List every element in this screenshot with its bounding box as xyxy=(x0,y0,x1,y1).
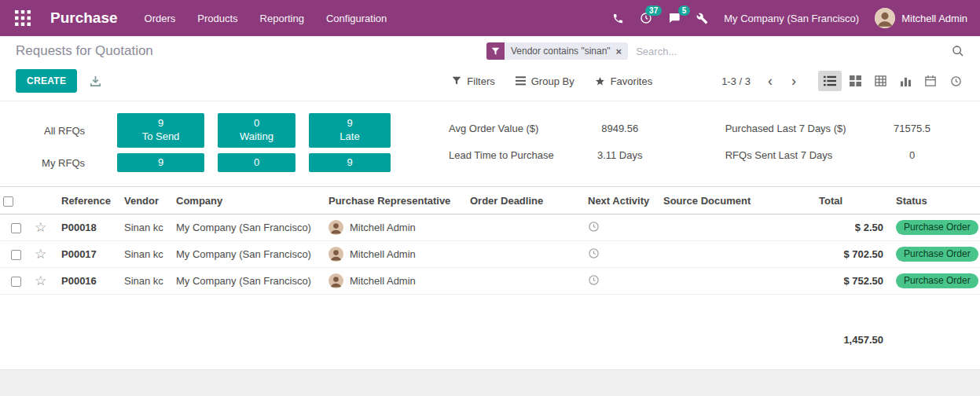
col-next-activity[interactable]: Next Activity xyxy=(585,187,660,214)
bottom-strip xyxy=(0,369,980,396)
col-total[interactable]: Total xyxy=(816,187,886,214)
row-checkbox[interactable] xyxy=(11,223,21,233)
col-reference[interactable]: Reference xyxy=(58,187,121,214)
representative-avatar xyxy=(329,247,343,262)
status-badge[interactable]: Purchase Order xyxy=(896,247,978,262)
company-switcher[interactable]: My Company (San Francisco) xyxy=(724,13,859,24)
filters-label: Filters xyxy=(467,75,494,87)
export-download-icon[interactable] xyxy=(90,75,101,87)
col-status[interactable]: Status xyxy=(886,187,979,214)
top-navbar: Purchase Orders Products Reporting Confi… xyxy=(0,0,980,36)
waiting-label: Waiting xyxy=(240,130,273,142)
row-deadline xyxy=(467,268,585,295)
view-graph-button[interactable] xyxy=(894,71,917,91)
view-calendar-button[interactable] xyxy=(919,71,942,91)
table-row[interactable]: ☆ P00016 Sinan kc My Company (San Franci… xyxy=(0,268,980,295)
favorite-star-icon[interactable]: ☆ xyxy=(35,247,46,262)
table-header-row: Reference Vendor Company Purchase Repres… xyxy=(0,187,980,214)
my-to-send-button[interactable]: 9 xyxy=(117,153,204,172)
menu-orders[interactable]: Orders xyxy=(145,13,176,24)
dashboard-stats: Avg Order Value ($) 8949.56 Lead Time to… xyxy=(449,113,956,161)
row-reference[interactable]: P00017 xyxy=(58,241,121,268)
menu-configuration[interactable]: Configuration xyxy=(326,13,387,24)
rfqs-sent-7days-label: RFQs Sent Last 7 Days xyxy=(725,149,846,161)
avg-order-value: 8949.56 xyxy=(576,123,664,134)
next-activity-clock-icon[interactable] xyxy=(588,221,600,233)
all-late-button[interactable]: 9 Late xyxy=(309,113,391,148)
filters-button[interactable]: Filters xyxy=(452,75,494,87)
footer-total: 1,457.50 xyxy=(816,295,886,352)
col-vendor[interactable]: Vendor xyxy=(121,187,173,214)
row-source xyxy=(660,268,816,295)
view-kanban-button[interactable] xyxy=(843,71,867,91)
table-footer-row: 1,457.50 xyxy=(0,295,980,352)
pager-next-icon[interactable]: › xyxy=(790,75,798,86)
pager-previous-icon[interactable]: ‹ xyxy=(766,75,774,86)
status-badge[interactable]: Purchase Order xyxy=(896,273,978,288)
group-by-button[interactable]: Group By xyxy=(516,75,574,87)
row-reference[interactable]: P00018 xyxy=(58,214,121,241)
all-late-count: 9 xyxy=(347,117,352,129)
row-total: $ 2.50 xyxy=(816,214,886,241)
table-row[interactable]: ☆ P00018 Sinan kc My Company (San Franci… xyxy=(0,214,980,241)
all-waiting-button[interactable]: 0 Waiting xyxy=(218,113,295,148)
favorites-label: Favorites xyxy=(611,75,652,87)
col-company[interactable]: Company xyxy=(173,187,325,214)
row-vendor: Sinan kc xyxy=(121,214,173,241)
all-rfqs-label: All RFQs xyxy=(0,113,104,148)
view-pivot-button[interactable] xyxy=(868,71,892,91)
create-button[interactable]: CREATE xyxy=(16,69,77,93)
col-deadline[interactable]: Order Deadline xyxy=(467,187,585,214)
row-company: My Company (San Francisco) xyxy=(173,268,325,295)
to-send-label: To Send xyxy=(142,130,180,142)
page-title: Requests for Quotation xyxy=(16,43,153,59)
row-vendor: Sinan kc xyxy=(121,241,173,268)
view-activity-button[interactable] xyxy=(944,71,967,91)
favorites-star-icon xyxy=(595,76,605,86)
all-to-send-button[interactable]: 9 To Send xyxy=(117,113,204,148)
purchased-7days-label: Purchased Last 7 Days ($) xyxy=(725,123,846,134)
table-row[interactable]: ☆ P00017 Sinan kc My Company (San Franci… xyxy=(0,241,980,268)
row-reference[interactable]: P00016 xyxy=(58,268,121,295)
row-checkbox[interactable] xyxy=(11,277,21,287)
representative-avatar xyxy=(329,273,343,288)
next-activity-clock-icon[interactable] xyxy=(588,248,600,259)
row-representative: Mitchell Admin xyxy=(329,273,464,288)
next-activity-clock-icon[interactable] xyxy=(588,274,600,286)
row-representative: Mitchell Admin xyxy=(329,220,464,235)
control-panel-buttons: CREATE Filters Group By Favorites 1-3 / … xyxy=(0,64,980,101)
activities-clock-icon[interactable]: 37 xyxy=(640,12,652,24)
favorite-star-icon[interactable]: ☆ xyxy=(35,273,46,288)
favorites-button[interactable]: Favorites xyxy=(595,75,652,87)
search-icon[interactable] xyxy=(952,45,964,57)
user-menu[interactable]: Mitchell Admin xyxy=(875,8,967,28)
apps-menu-icon[interactable] xyxy=(9,5,36,31)
favorite-star-icon[interactable]: ☆ xyxy=(35,220,46,235)
pager-range: 1-3 / 3 xyxy=(721,75,751,87)
col-source[interactable]: Source Document xyxy=(660,187,816,214)
col-representative[interactable]: Purchase Representative xyxy=(325,187,467,214)
menu-products[interactable]: Products xyxy=(197,13,237,24)
menu-reporting[interactable]: Reporting xyxy=(260,13,304,24)
search-options: Filters Group By Favorites xyxy=(452,75,652,87)
search-input[interactable] xyxy=(634,45,945,58)
lead-time-value: 3.11 Days xyxy=(576,149,664,161)
row-company: My Company (San Francisco) xyxy=(173,214,325,241)
facet-remove-icon[interactable]: × xyxy=(616,46,622,57)
my-waiting-button[interactable]: 0 xyxy=(218,153,295,172)
select-all-checkbox[interactable] xyxy=(3,196,13,207)
messages-icon[interactable]: 5 xyxy=(668,12,681,24)
purchase-dashboard: All RFQs 9 To Send 0 Waiting 9 Late My R… xyxy=(0,101,980,186)
app-name[interactable]: Purchase xyxy=(50,9,118,27)
rfq-list-view: Reference Vendor Company Purchase Repres… xyxy=(0,186,980,351)
status-badge[interactable]: Purchase Order xyxy=(896,220,978,235)
phone-icon[interactable] xyxy=(612,13,624,24)
rfqs-sent-7days-value: 0 xyxy=(868,149,956,161)
rfq-summary-grid: All RFQs 9 To Send 0 Waiting 9 Late My R… xyxy=(0,113,391,172)
view-list-button[interactable] xyxy=(818,71,842,91)
row-checkbox[interactable] xyxy=(11,250,21,260)
my-late-button[interactable]: 9 xyxy=(309,153,391,172)
row-company: My Company (San Francisco) xyxy=(173,241,325,268)
search-facet[interactable]: Vendor contains "sinan" × xyxy=(486,42,628,60)
tools-wrench-icon[interactable] xyxy=(696,13,708,24)
